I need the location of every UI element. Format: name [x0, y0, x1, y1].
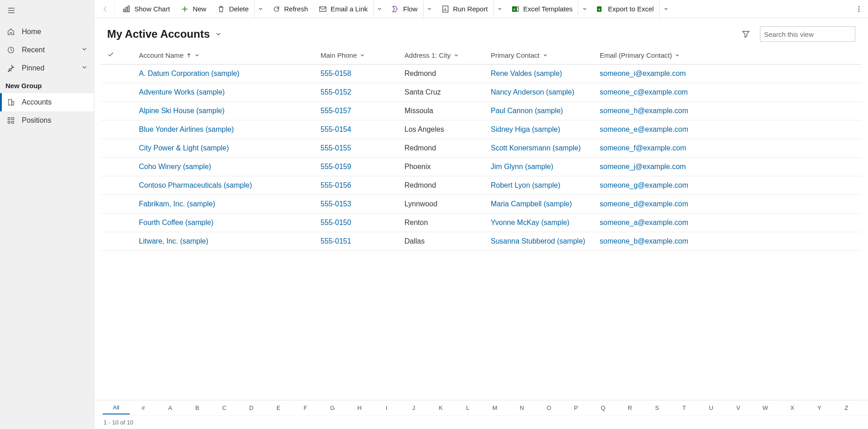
table-row[interactable]: Litware, Inc. (sample)555-0151DallasSusa…	[101, 232, 862, 251]
refresh-button[interactable]: Refresh	[267, 0, 314, 18]
cell-account-name[interactable]: Alpine Ski House (sample)	[134, 102, 316, 120]
cell-contact[interactable]: Jim Glynn (sample)	[486, 158, 595, 176]
back-button[interactable]	[96, 0, 114, 18]
alpha-filter-h[interactable]: H	[346, 402, 373, 414]
flow-dropdown[interactable]	[423, 0, 436, 18]
alpha-filter-a[interactable]: A	[157, 402, 184, 414]
cell-account-name[interactable]: Blue Yonder Airlines (sample)	[134, 120, 316, 139]
excel-templates-button[interactable]: x Excel Templates	[506, 0, 578, 18]
run-report-dropdown[interactable]	[493, 0, 506, 18]
cell-contact[interactable]: Rene Valdes (sample)	[486, 65, 595, 83]
new-button[interactable]: New	[175, 0, 212, 18]
table-row[interactable]: Fabrikam, Inc. (sample)555-0153LynnwoodM…	[101, 195, 862, 214]
alpha-filter-l[interactable]: L	[454, 402, 482, 414]
row-select[interactable]	[101, 65, 121, 83]
hamburger-button[interactable]	[0, 0, 94, 23]
email-link-dropdown[interactable]	[373, 0, 386, 18]
cell-contact[interactable]: Robert Lyon (sample)	[486, 176, 595, 195]
cell-email[interactable]: someone_c@example.com	[595, 83, 862, 102]
delete-button[interactable]: Delete	[212, 0, 254, 18]
alpha-filter-z[interactable]: Z	[833, 402, 860, 414]
nav-recent[interactable]: Recent	[0, 41, 94, 59]
cell-email[interactable]: someone_h@example.com	[595, 102, 862, 120]
cell-email[interactable]: someone_g@example.com	[595, 176, 862, 195]
alpha-filter-f[interactable]: F	[292, 402, 319, 414]
cell-contact[interactable]: Scott Konersmann (sample)	[486, 139, 595, 158]
cell-phone[interactable]: 555-0152	[316, 83, 400, 102]
alpha-filter-i[interactable]: I	[373, 402, 400, 414]
row-select[interactable]	[101, 139, 121, 158]
cell-phone[interactable]: 555-0157	[316, 102, 400, 120]
row-select[interactable]	[101, 83, 121, 102]
nav-accounts[interactable]: Accounts	[0, 93, 94, 111]
export-excel-dropdown[interactable]	[659, 0, 672, 18]
row-select[interactable]	[101, 158, 121, 176]
cell-phone[interactable]: 555-0150	[316, 214, 400, 232]
cell-account-name[interactable]: Contoso Pharmaceuticals (sample)	[134, 176, 316, 195]
table-row[interactable]: Blue Yonder Airlines (sample)555-0154Los…	[101, 120, 862, 139]
cell-account-name[interactable]: Litware, Inc. (sample)	[134, 232, 316, 251]
alpha-filter-t[interactable]: T	[671, 402, 698, 414]
cell-email[interactable]: someone_a@example.com	[595, 214, 862, 232]
email-link-button[interactable]: Email a Link	[313, 0, 373, 18]
alpha-filter-u[interactable]: U	[698, 402, 725, 414]
alpha-filter-x[interactable]: X	[779, 402, 806, 414]
cell-email[interactable]: someone_e@example.com	[595, 120, 862, 139]
cell-email[interactable]: someone_f@example.com	[595, 139, 862, 158]
alpha-filter-n[interactable]: N	[508, 402, 536, 414]
row-select[interactable]	[101, 120, 121, 139]
table-row[interactable]: A. Datum Corporation (sample)555-0158Red…	[101, 65, 862, 83]
cell-email[interactable]: someone_i@example.com	[595, 65, 862, 83]
table-row[interactable]: Alpine Ski House (sample)555-0157Missoul…	[101, 102, 862, 120]
table-row[interactable]: Contoso Pharmaceuticals (sample)555-0156…	[101, 176, 862, 195]
alpha-filter-#[interactable]: #	[130, 402, 157, 414]
column-city[interactable]: Address 1: City	[400, 46, 486, 65]
cell-phone[interactable]: 555-0155	[316, 139, 400, 158]
alpha-filter-s[interactable]: S	[644, 402, 671, 414]
select-all-column[interactable]	[101, 46, 121, 65]
nav-pinned[interactable]: Pinned	[0, 59, 94, 77]
cell-contact[interactable]: Susanna Stubberod (sample)	[486, 232, 595, 251]
table-row[interactable]: Fourth Coffee (sample)555-0150RentonYvon…	[101, 214, 862, 232]
alpha-filter-b[interactable]: B	[184, 402, 211, 414]
column-account-name[interactable]: Account Name	[134, 46, 316, 65]
more-commands-button[interactable]	[852, 0, 866, 18]
nav-home[interactable]: Home	[0, 23, 94, 41]
show-chart-button[interactable]: Show Chart	[117, 0, 175, 18]
run-report-button[interactable]: Run Report	[436, 0, 493, 18]
cell-phone[interactable]: 555-0153	[316, 195, 400, 214]
cell-phone[interactable]: 555-0151	[316, 232, 400, 251]
cell-account-name[interactable]: Fourth Coffee (sample)	[134, 214, 316, 232]
alpha-filter-k[interactable]: K	[427, 402, 454, 414]
cell-email[interactable]: someone_j@example.com	[595, 158, 862, 176]
alpha-filter-p[interactable]: P	[562, 402, 590, 414]
filter-button[interactable]	[738, 26, 754, 42]
alpha-filter-g[interactable]: G	[319, 402, 346, 414]
alpha-filter-o[interactable]: O	[535, 402, 562, 414]
cell-phone[interactable]: 555-0159	[316, 158, 400, 176]
row-select[interactable]	[101, 102, 121, 120]
cell-contact[interactable]: Sidney Higa (sample)	[486, 120, 595, 139]
cell-phone[interactable]: 555-0158	[316, 65, 400, 83]
cell-email[interactable]: someone_d@example.com	[595, 195, 862, 214]
alpha-filter-d[interactable]: D	[238, 402, 265, 414]
cell-phone[interactable]: 555-0154	[316, 120, 400, 139]
cell-contact[interactable]: Yvonne McKay (sample)	[486, 214, 595, 232]
search-input[interactable]	[764, 30, 850, 38]
table-row[interactable]: Adventure Works (sample)555-0152Santa Cr…	[101, 83, 862, 102]
alpha-filter-m[interactable]: M	[481, 402, 508, 414]
export-excel-button[interactable]: x Export to Excel	[591, 0, 659, 18]
cell-account-name[interactable]: Fabrikam, Inc. (sample)	[134, 195, 316, 214]
cell-account-name[interactable]: Adventure Works (sample)	[134, 83, 316, 102]
cell-contact[interactable]: Nancy Anderson (sample)	[486, 83, 595, 102]
table-row[interactable]: City Power & Light (sample)555-0155Redmo…	[101, 139, 862, 158]
row-select[interactable]	[101, 232, 121, 251]
row-select[interactable]	[101, 214, 121, 232]
row-select[interactable]	[101, 195, 121, 214]
alpha-filter-q[interactable]: Q	[589, 402, 616, 414]
alpha-filter-all[interactable]: All	[103, 401, 130, 414]
cell-account-name[interactable]: Coho Winery (sample)	[134, 158, 316, 176]
alpha-filter-e[interactable]: E	[265, 402, 292, 414]
alpha-filter-w[interactable]: W	[752, 402, 779, 414]
cell-phone[interactable]: 555-0156	[316, 176, 400, 195]
